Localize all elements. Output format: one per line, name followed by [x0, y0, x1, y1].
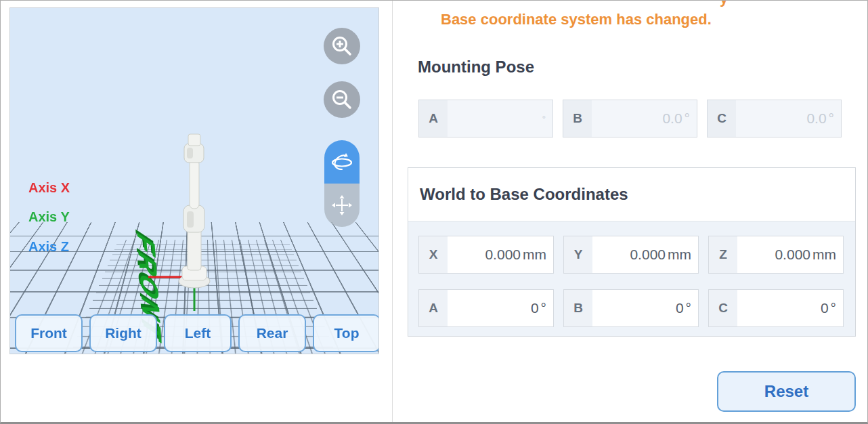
field-label-x: X: [419, 236, 448, 273]
axis-x-label: Axis X: [28, 180, 70, 196]
view-top-button[interactable]: Top: [313, 314, 379, 352]
field-label-b2: B: [564, 290, 592, 326]
field-label-c2: C: [709, 290, 737, 326]
field-label-y: Y: [564, 236, 592, 273]
view-rear-button[interactable]: Rear: [238, 314, 306, 352]
field-label-a: A: [419, 100, 448, 137]
axis-y-label: Axis Y: [28, 209, 70, 225]
world-to-base-field-b2[interactable]: B 0°: [563, 289, 699, 327]
base-coordinate-settings-screen: FRONT Axis X Axis Y Axis Z: [0, 0, 868, 424]
world-to-base-header: World to Base Coordinates: [408, 168, 855, 221]
field-value-a: °: [448, 100, 552, 137]
axis-z-label: Axis Z: [28, 239, 69, 255]
magnifier-plus-icon: [330, 35, 353, 58]
pan-mode-button[interactable]: [324, 184, 360, 227]
rotate-pan-toggle: [324, 140, 360, 227]
view-left-button[interactable]: Left: [164, 314, 232, 352]
mounting-pose-field-a[interactable]: A °: [418, 100, 553, 137]
world-to-base-field-x[interactable]: X 0.000mm: [418, 236, 554, 274]
warning-message: Base coordinate system has changed.: [441, 11, 712, 28]
field-value-b: 0.0°: [592, 100, 697, 137]
robot-3d-viewport[interactable]: FRONT Axis X Axis Y Axis Z: [9, 7, 379, 354]
field-value-z: 0.000mm: [737, 236, 843, 273]
move-arrows-icon: [330, 194, 353, 217]
world-to-base-field-a[interactable]: A 0°: [418, 289, 554, 327]
field-label-c: C: [708, 100, 736, 137]
field-value-c2: 0°: [737, 290, 843, 326]
field-label-z: Z: [709, 236, 737, 273]
mounting-pose-field-b[interactable]: B 0.0°: [563, 100, 697, 137]
view-front-button[interactable]: Front: [15, 314, 83, 352]
world-to-base-title: World to Base Coordinates: [420, 185, 628, 204]
reset-button[interactable]: Reset: [717, 371, 856, 412]
world-to-base-field-z[interactable]: Z 0.000mm: [708, 236, 844, 274]
orbit-rotate-icon: [330, 151, 354, 173]
world-to-base-field-y[interactable]: Y 0.000mm: [563, 236, 699, 274]
world-to-base-field-c2[interactable]: C 0°: [708, 289, 844, 327]
field-label-a2: A: [419, 290, 448, 326]
field-value-a2: 0°: [448, 290, 553, 326]
mounting-pose-title: Mounting Pose: [418, 58, 534, 77]
view-right-button[interactable]: Right: [89, 314, 157, 352]
vertical-divider: [392, 1, 393, 424]
mounting-pose-field-c[interactable]: C 0.0°: [707, 100, 842, 137]
field-value-b2: 0°: [592, 290, 698, 326]
warning-message-line1-cutoff: y: [720, 0, 728, 7]
field-label-b: B: [563, 100, 592, 137]
field-value-c: 0.0°: [736, 100, 841, 137]
magnifier-minus-icon: [330, 88, 353, 111]
field-value-x: 0.000mm: [448, 236, 553, 273]
rotate-mode-button[interactable]: [324, 140, 360, 184]
zoom-in-button[interactable]: [324, 28, 360, 64]
zoom-out-button[interactable]: [324, 81, 360, 118]
field-value-y: 0.000mm: [592, 236, 698, 273]
